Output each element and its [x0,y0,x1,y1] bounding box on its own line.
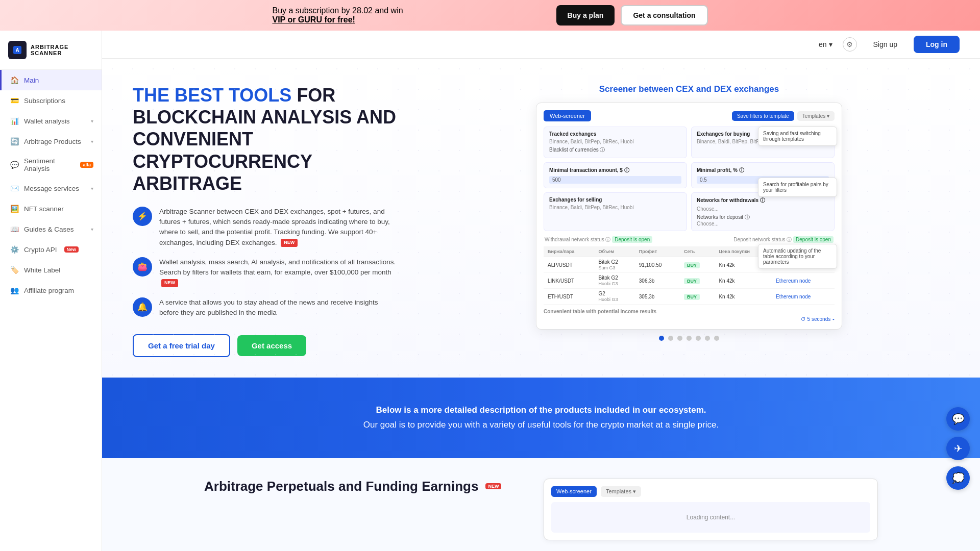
whatsapp-button[interactable]: 💬 [946,407,970,431]
min-transaction-card: Minimal transaction amount, $ ⓘ 500 [544,162,687,188]
banner-text: Buy a subscription by 28.02 and win VIP … [272,6,403,24]
logo-icon: A [8,41,27,59]
feature-item-news: 🔔 A service that allows you to stay ahea… [133,297,398,318]
wallet-icon: 📊 [10,116,19,126]
settings-button[interactable]: ⚙ [843,37,857,52]
tooltip-auto-update: Automatic updating of the table accordin… [758,244,837,269]
arbitrage-feature-icon: ⚡ [133,207,152,226]
product-section: Arbitrage Perpetuals and Funding Earning… [102,458,980,551]
dot-2[interactable] [668,336,673,341]
news-feature-icon: 🔔 [133,297,152,317]
screener-title: Screener between CEX and DEX exchanges [599,84,779,94]
chevron-down-icon-4: ▾ [91,227,93,232]
product-info: Arbitrage Perpetuals and Funding Earning… [204,479,523,498]
exchanges-selling-card: Exchanges for selling Binance, Baldi, Bi… [544,192,687,231]
feature-item-wallet: 👛 Wallet analysis, mass search, AI analy… [133,257,398,288]
sidebar-item-arbitrage-products[interactable]: 🔄 Arbitrage Products ▾ [0,131,102,152]
page-content: THE BEST TOOLS FORBLOCKCHAIN ANALYSIS AN… [102,59,980,551]
sidebar-item-subscriptions[interactable]: 💳 Subscriptions [0,90,102,111]
mockup-header: Web-screener Save filters to template Te… [544,110,835,121]
dot-6[interactable] [705,336,710,341]
white-label-icon: 🏷️ [10,265,19,274]
product-mockup: Web-screener Templates ▾ Loading content… [544,479,878,540]
tooltip-filters: Search for profitable pairs by your filt… [758,178,837,197]
status-row: Withdrawal network status ⓘ Deposit is o… [544,236,835,243]
templates-tab-2[interactable]: Templates ▾ [601,486,641,497]
dot-1[interactable] [659,336,664,341]
web-screener-tab-2[interactable]: Web-screener [551,486,597,497]
content-area: en ▾ ⚙ Sign up Log in THE BEST TOOLS FOR… [102,31,980,551]
trial-button[interactable]: Get a free trial day [133,334,230,357]
save-filters-btn[interactable]: Save filters to template [732,111,794,121]
chevron-down-icon-3: ▾ [91,186,93,191]
mockup-content: Tracked exchanges Binance, Baldi, BitPep… [544,127,835,305]
floating-buttons: 💬 ✈ 💭 [946,407,970,490]
subscriptions-icon: 💳 [10,96,19,105]
sidebar-item-affiliate[interactable]: 👥 Affiliate program [0,280,102,300]
hero-section: THE BEST TOOLS FORBLOCKCHAIN ANALYSIS AN… [102,59,980,378]
hero-right: Screener between CEX and DEX exchanges W… [429,84,949,357]
guides-icon: 📖 [10,224,19,234]
sidebar-item-wallet-analysis[interactable]: 📊 Wallet analysis ▾ [0,111,102,131]
dot-5[interactable] [696,336,701,341]
access-button[interactable]: Get access [237,335,306,356]
buy-plan-button[interactable]: Buy a plan [556,5,615,26]
tracked-exchanges-card: Tracked exchanges Binance, Baldi, BitPep… [544,127,687,158]
tooltip-templates: Saving and fast switching through templa… [758,127,837,146]
templates-btn[interactable]: Templates ▾ [797,111,835,121]
hero-features: ⚡ Arbitrage Scanner between CEX and DEX … [133,207,398,318]
chevron-down-icon-lang: ▾ [829,40,832,48]
sentiment-icon: 💬 [10,160,19,169]
api-icon: ⚙️ [10,245,19,254]
svg-text:A: A [15,47,19,53]
feature-item-arbitrage: ⚡ Arbitrage Scanner between CEX and DEX … [133,207,398,248]
sidebar-item-guides-cases[interactable]: 📖 Guides & Cases ▾ [0,219,102,239]
networks-withdrawal-card: Networks for withdrawals ⓘ Choose... Net… [691,192,835,231]
sidebar-item-nft-scanner[interactable]: 🖼️ NFT scanner [0,198,102,219]
logo-text: ARBITRAGE SCANNER [31,44,68,56]
sidebar-item-white-label[interactable]: 🏷️ White Label [0,260,102,280]
dot-7[interactable] [714,336,719,341]
sidebar-item-message-services[interactable]: ✉️ Message services ▾ [0,178,102,198]
product-title: Arbitrage Perpetuals and Funding Earning… [204,479,523,494]
product-new-badge: NEW [485,483,501,489]
new-badge: New [64,246,79,253]
sidebar-item-crypto-api[interactable]: ⚙️ Crypto API New [0,239,102,260]
new-badge-feature1: NEW [281,239,298,247]
wallet-feature-icon: 👛 [133,257,152,277]
alfa-badge: alfa [80,162,93,168]
sidebar: A ARBITRAGE SCANNER 🏠 Main 💳 Subscriptio… [0,31,102,551]
blue-banner: Below is a more detailed description of … [102,378,980,458]
screener-mockup: Web-screener Save filters to template Te… [536,103,842,330]
dots-navigation [659,336,719,341]
banner-buttons: Buy a plan Get a consultation [556,5,708,26]
update-timer: ⏱ 5 seconds ▾ [544,316,835,322]
telegram-button[interactable]: ✈ [946,437,970,460]
chevron-down-icon-2: ▾ [91,139,93,144]
hero-cta: Get a free trial day Get access [133,334,398,357]
hero-title: THE BEST TOOLS FORBLOCKCHAIN ANALYSIS AN… [133,84,398,194]
header-bar: en ▾ ⚙ Sign up Log in [102,31,980,59]
product-mockup-content: Loading content... [551,502,870,533]
message-icon: ✉️ [10,184,19,193]
sidebar-item-main[interactable]: 🏠 Main [0,70,102,90]
language-selector[interactable]: en ▾ [819,40,832,48]
sidebar-item-sentiment-analysis[interactable]: 💬 Sentiment Analysis alfa [0,152,102,178]
hero-left: THE BEST TOOLS FORBLOCKCHAIN ANALYSIS AN… [133,84,398,357]
web-screener-tab[interactable]: Web-screener [544,110,591,121]
chevron-down-icon: ▾ [91,118,93,124]
table-row: ETH/USDT G2Huobi G3 305,3b BUY Kn 42k Et… [544,289,835,305]
consultation-button[interactable]: Get a consultation [621,5,707,26]
nft-icon: 🖼️ [10,204,19,213]
chat-button[interactable]: 💭 [946,466,970,490]
arbitrage-icon: 🔄 [10,137,19,146]
dot-4[interactable] [687,336,692,341]
product-mockup-header: Web-screener Templates ▾ [551,486,870,497]
main-layout: A ARBITRAGE SCANNER 🏠 Main 💳 Subscriptio… [0,31,980,551]
home-icon: 🏠 [10,76,19,85]
dot-3[interactable] [677,336,682,341]
signup-button[interactable]: Sign up [867,36,903,53]
login-button[interactable]: Log in [914,36,960,53]
affiliate-icon: 👥 [10,286,19,295]
new-badge-feature2: NEW [161,279,178,287]
